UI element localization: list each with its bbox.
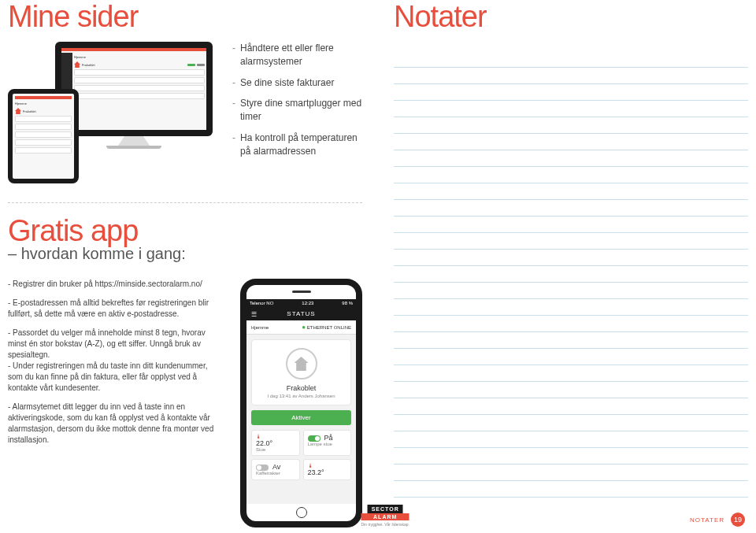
phone-speaker — [292, 291, 311, 293]
note-line — [394, 266, 748, 283]
brand-name-bottom: ALARM — [361, 513, 410, 520]
mini-row — [74, 93, 205, 99]
instruction-paragraph: - Registrer din bruker på https://minsid… — [8, 279, 224, 290]
house-icon — [15, 108, 21, 114]
monitor-screen: Hjemme Frakoblet — [55, 42, 213, 136]
tile-label: Stue — [256, 447, 295, 452]
note-line — [394, 250, 748, 266]
bullet-item: Ha kontroll på temperaturen på alarmadre… — [232, 131, 362, 158]
note-line — [394, 465, 748, 481]
tile-label: Lampe stue — [308, 442, 347, 446]
section-gratis-app-title: Gratis app — [8, 214, 362, 248]
smartplug-tile[interactable]: På Lampe stue — [303, 430, 352, 456]
note-line — [394, 233, 748, 250]
house-icon — [74, 61, 80, 68]
note-line — [394, 283, 748, 299]
mini-status-label: Frakoblet — [23, 109, 36, 114]
mini-status-label: Frakoblet — [82, 62, 95, 68]
mini-row — [74, 69, 205, 76]
feature-bullets: Håndtere ett eller flere alarmsystemer S… — [232, 42, 362, 183]
note-line — [394, 382, 748, 398]
page-footer: NOTATER 19 — [690, 513, 745, 527]
bullet-item: Se dine siste fakturaer — [232, 76, 362, 90]
mini-row — [15, 139, 72, 146]
mini-location-label: Hjemme — [15, 101, 72, 106]
mini-row — [15, 116, 72, 122]
mini-row — [15, 147, 72, 154]
note-line — [394, 431, 748, 448]
temperature-tile[interactable]: 🌡 23.2° — [303, 459, 352, 480]
phone-navbar: ☰ STATUS — [246, 307, 356, 320]
instruction-paragraph: - Alarmsytemet ditt legger du inn ved å … — [8, 402, 224, 446]
mini-chip-grey — [197, 64, 205, 66]
device-tiles: 🌡 22.0° Stue På Lampe stue Av Kaf — [246, 425, 356, 485]
mini-row — [74, 85, 205, 91]
phone-statusbar: Telenor NO 12:23 98 % — [246, 299, 356, 307]
thermometer-icon: 🌡 — [256, 434, 261, 439]
tile-value: På — [324, 434, 332, 442]
tile-label: Kaffetrakter — [256, 471, 295, 476]
note-line — [394, 101, 748, 117]
smartplug-tile[interactable]: Av Kaffetrakter — [251, 459, 300, 480]
note-line — [394, 415, 748, 431]
clock-label: 12:23 — [302, 301, 313, 305]
tile-value: 22.0° — [256, 439, 295, 447]
mini-chip-green — [187, 64, 195, 66]
house-unlocked-icon — [295, 357, 309, 371]
left-column: Mine sider Hjemme Frakoblet — [0, 0, 378, 533]
temperature-tile[interactable]: 🌡 22.0° Stue — [251, 430, 300, 456]
instruction-paragraph: - E-postadressen må alltid bekreftes før… — [8, 298, 224, 320]
alarm-status-subtitle: I dag 13:41 av Anders Johansen — [257, 394, 346, 398]
tile-value: Av — [272, 463, 280, 471]
section-mine-sider-title: Mine sider — [8, 0, 362, 34]
note-line — [394, 398, 748, 415]
note-lines-area — [394, 51, 748, 498]
note-line — [394, 183, 748, 200]
phone-substatus: Hjemme ● ETHERNET ONLINE — [246, 320, 356, 335]
note-line — [394, 481, 748, 498]
toggle-off-icon[interactable] — [256, 465, 269, 471]
activate-button[interactable]: Aktiver — [251, 410, 351, 425]
note-line — [394, 84, 748, 101]
note-line — [394, 68, 748, 84]
toggle-on-icon[interactable] — [308, 435, 321, 442]
note-line — [394, 365, 748, 382]
section-mine-sider: Hjemme Frakoblet — [8, 42, 362, 183]
address-label[interactable]: Hjemme — [251, 325, 269, 330]
monitor-base — [106, 146, 161, 149]
phone-home-button[interactable] — [296, 507, 307, 518]
note-line — [394, 332, 748, 349]
hamburger-icon[interactable]: ☰ — [251, 311, 258, 318]
online-label: ETHERNET ONLINE — [307, 325, 351, 330]
mini-row — [74, 77, 205, 83]
right-column: Notater — [378, 0, 756, 533]
mini-row — [15, 131, 72, 138]
mini-location-label: Hjemme — [74, 54, 205, 60]
mini-brand-bar — [61, 48, 206, 51]
bullet-item: Håndtere ett eller flere alarmsystemer — [232, 42, 362, 68]
alarm-status-title: Frakoblet — [257, 384, 346, 392]
monitor-stand — [118, 136, 150, 146]
section-divider — [8, 202, 362, 203]
carrier-label: Telenor NO — [250, 301, 273, 305]
note-line — [394, 299, 748, 316]
note-line — [394, 316, 748, 332]
note-line — [394, 217, 748, 233]
devices-illustration: Hjemme Frakoblet — [8, 42, 220, 183]
brand-badge: SECTOR ALARM Din trygghet. Vår lidenskap… — [361, 500, 410, 527]
section-notater-title: Notater — [394, 0, 748, 34]
brand-name-top: SECTOR — [368, 505, 403, 513]
tablet-device: Hjemme Frakoblet — [8, 89, 79, 183]
note-line — [394, 448, 748, 465]
status-circle — [286, 348, 317, 379]
note-line — [394, 51, 748, 68]
footer-section-label: NOTATER — [690, 516, 724, 524]
thermometer-icon: 🌡 — [308, 463, 313, 468]
nav-title: STATUS — [287, 310, 315, 317]
note-line — [394, 349, 748, 365]
note-line — [394, 167, 748, 183]
section-gratis-app: - Registrer din bruker på https://minsid… — [8, 279, 362, 527]
brand-tagline: Din trygghet. Vår lidenskap. — [361, 522, 410, 527]
section-gratis-app-subtitle: – hvordan komme i gang: — [8, 245, 362, 263]
battery-label: 98 % — [342, 301, 353, 305]
